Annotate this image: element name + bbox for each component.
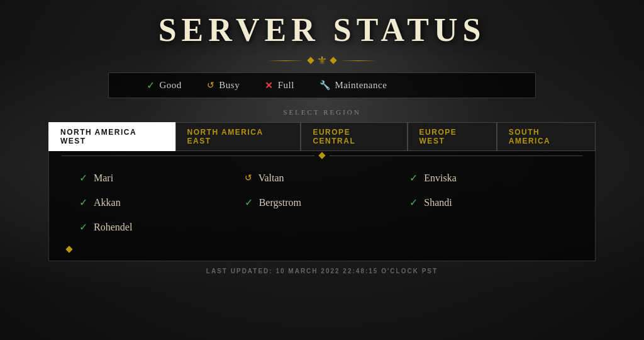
tab-euc[interactable]: EUROPE CENTRAL — [301, 122, 407, 151]
server-valtan: ↺ Valtan — [240, 166, 405, 190]
legend-bar: ✓ Good ↺ Busy ✕ Full 🔧 Maintenance — [108, 72, 536, 98]
server-shandi: ✓ Shandi — [404, 190, 570, 215]
server-bergstrom: ✓ Bergstrom — [240, 190, 405, 215]
legend-full-label: Full — [278, 80, 294, 91]
mari-status-icon: ✓ — [79, 172, 87, 184]
tab-naw[interactable]: NORTH AMERICA WEST — [48, 122, 175, 151]
bergstrom-status-icon: ✓ — [245, 196, 253, 208]
server-panel: ✓ Mari ↺ Valtan ✓ Enviska ✓ Akkan ✓ Berg… — [48, 151, 596, 261]
legend-full: ✕ Full — [265, 80, 294, 91]
legend-good-label: Good — [160, 80, 182, 91]
panel-bottom-ornament — [62, 247, 582, 252]
shandi-name: Shandi — [424, 197, 452, 208]
legend-good: ✓ Good — [147, 79, 182, 91]
legend-maintenance: 🔧 Maintenance — [319, 80, 387, 91]
legend-busy: ↺ Busy — [207, 80, 240, 91]
enviska-status-icon: ✓ — [409, 172, 418, 184]
footer-timestamp: LAST UPDATED: 10 MARCH 2022 22:48:15 O'C… — [206, 268, 438, 275]
server-enviska: ✓ Enviska — [404, 166, 570, 190]
server-akkan: ✓ Akkan — [74, 190, 240, 215]
legend-busy-label: Busy — [219, 80, 240, 91]
valtan-name: Valtan — [258, 173, 284, 184]
tab-euw[interactable]: EUROPE WEST — [408, 122, 497, 151]
akkan-name: Akkan — [94, 197, 121, 208]
ornament-divider: ⚜ — [267, 55, 377, 66]
tab-sa[interactable]: SOUTH AMERICA — [497, 122, 596, 151]
panel-top-ornament — [62, 150, 582, 161]
region-tabs: NORTH AMERICA WEST NORTH AMERICA EAST EU… — [48, 122, 596, 151]
rohendel-name: Rohendel — [94, 222, 132, 233]
rohendel-status-icon: ✓ — [79, 221, 87, 233]
legend-maintenance-label: Maintenance — [335, 80, 387, 91]
select-region-label: SELECT REGION — [283, 108, 360, 116]
full-icon: ✕ — [265, 80, 274, 91]
page-title: SERVER STATUS — [158, 11, 486, 48]
maintenance-icon: 🔧 — [319, 80, 331, 91]
servers-grid: ✓ Mari ↺ Valtan ✓ Enviska ✓ Akkan ✓ Berg… — [62, 161, 582, 244]
mari-name: Mari — [94, 173, 113, 184]
akkan-status-icon: ✓ — [79, 196, 87, 208]
bergstrom-name: Bergstrom — [259, 197, 301, 208]
valtan-status-icon: ↺ — [245, 173, 252, 183]
tab-nae[interactable]: NORTH AMERICA EAST — [175, 122, 301, 151]
shandi-status-icon: ✓ — [409, 196, 418, 208]
server-mari: ✓ Mari — [74, 166, 240, 190]
region-tabs-wrapper: NORTH AMERICA WEST NORTH AMERICA EAST EU… — [48, 122, 596, 151]
good-icon: ✓ — [147, 79, 155, 91]
enviska-name: Enviska — [424, 173, 457, 184]
busy-icon: ↺ — [207, 80, 215, 91]
server-rohendel: ✓ Rohendel — [74, 215, 240, 239]
